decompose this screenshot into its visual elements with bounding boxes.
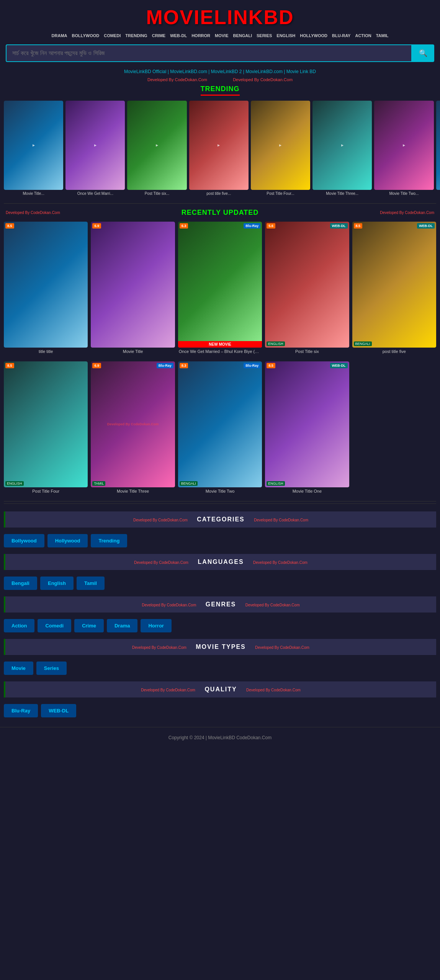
row1-card-0[interactable]: 8.5 title title — [4, 222, 88, 354]
trending-card-title-4: Post Title Four... — [251, 191, 310, 196]
trending-title: TRENDING — [201, 85, 240, 96]
row1-card-title-2: Once We Get Married – Bhul Kore Biye (20… — [178, 349, 262, 354]
rating-badge: 6.3 — [180, 223, 188, 229]
type-badge: WEB-DL — [330, 223, 348, 229]
quality-dev-left: Developed By CodeDokan.Com — [141, 688, 195, 692]
nav-item-series[interactable]: SERIES — [255, 33, 273, 39]
nav-item-web-dl[interactable]: WEB-DL — [168, 33, 188, 39]
row2-card-title-1: Movie Title Three — [91, 489, 175, 493]
nav-item-movie[interactable]: MOVIE — [213, 33, 230, 39]
lang-badge: BENGALI — [354, 341, 372, 346]
nav-item-action[interactable]: ACTION — [353, 33, 373, 39]
site-title: MOVIELINKBD — [4, 6, 436, 29]
lang-badge: BENGALI — [180, 481, 198, 486]
row1-card-title-3: Post Title six — [265, 349, 349, 354]
new-badge: NEW MOVIE — [178, 341, 262, 348]
trending-card-title-0: Movie Title... — [4, 191, 63, 196]
quality-header: Developed By CodeDokan.Com QUALITY Devel… — [4, 681, 436, 697]
category-btn-hollywood[interactable]: Hollywood — [47, 534, 88, 547]
language-btn-english[interactable]: English — [40, 577, 74, 590]
nav-item-english[interactable]: ENGLISH — [275, 33, 297, 39]
categories-section: Developed By CodeDokan.Com CATEGORIES De… — [4, 511, 436, 719]
category-btn-trending[interactable]: Trending — [91, 534, 127, 547]
trending-card-7[interactable]: ▶ Movie Title One... — [436, 101, 440, 196]
genre-btn-crime[interactable]: Crime — [74, 619, 104, 632]
languages-title: LANGUAGES — [198, 559, 244, 565]
type-badge: WEB-DL — [330, 363, 348, 368]
rating-badge: 8.3 — [180, 363, 188, 368]
genres-header: Developed By CodeDokan.Com GENRES Develo… — [4, 596, 436, 612]
nav-item-trending[interactable]: TRENDING — [124, 33, 149, 39]
cat-dev-right: Developed By CodeDokan.Com — [254, 518, 308, 522]
categories-title: CATEGORIES — [197, 516, 245, 523]
lang-dev-right: Developed By CodeDokan.Com — [253, 560, 308, 565]
trending-card-1[interactable]: ▶ Once We Get Marri... — [65, 101, 125, 196]
row2-card-3[interactable]: 8.5WEB-DL ENGLISH Movie Title One — [265, 361, 349, 493]
row1-card-title-0: title title — [4, 349, 88, 354]
nav-item-tamil[interactable]: TAMIL — [375, 33, 390, 39]
quality-dev-right: Developed By CodeDokan.Com — [246, 688, 301, 692]
rating-badge: 5.6 — [267, 223, 275, 229]
row2-card-title-0: Post Title Four — [4, 489, 88, 493]
rating-badge: 8.5 — [267, 363, 275, 368]
trending-card-title-7: Movie Title One... — [436, 191, 440, 196]
genre-btn-horror[interactable]: Horror — [141, 619, 171, 632]
trending-scroll[interactable]: ▶ Movie Title... ▶ Once We Get Marri... … — [0, 99, 440, 201]
trending-card-title-5: Movie Title Three... — [312, 191, 372, 196]
nav-item-comedi[interactable]: COMEDI — [102, 33, 122, 39]
row2-card-2[interactable]: 8.3Blu-Ray BENGALI Movie Title Two — [178, 361, 262, 493]
categories-buttons: BollywoodHollywoodTrending — [4, 532, 436, 549]
trending-card-0[interactable]: ▶ Movie Title... — [4, 101, 63, 196]
row1-card-title-1: Movie Title — [91, 349, 175, 354]
types-dev-left: Developed By CodeDokan.Com — [132, 645, 186, 650]
category-btn-bollywood[interactable]: Bollywood — [4, 534, 44, 547]
row1-card-4[interactable]: 8.5WEB-DL BENGALI post title five — [352, 222, 436, 354]
genre-btn-comedi[interactable]: Comedi — [38, 619, 71, 632]
nav-item-bengali[interactable]: BENGALI — [231, 33, 254, 39]
lang-dev-left: Developed By CodeDokan.Com — [134, 560, 188, 565]
nav-item-hollywood[interactable]: HOLLYWOOD — [298, 33, 329, 39]
types-dev-right: Developed By CodeDokan.Com — [255, 645, 309, 650]
row2-card-title-3: Movie Title One — [265, 489, 349, 493]
genre-btn-drama[interactable]: Drama — [107, 619, 137, 632]
genre-dev-left: Developed By CodeDokan.Com — [142, 603, 196, 607]
row1-card-title-4: post title five — [352, 349, 436, 354]
trending-card-title-3: post title five... — [189, 191, 249, 196]
language-btn-bengali[interactable]: Bengali — [4, 577, 37, 590]
nav-item-blu-ray[interactable]: BLU-RAY — [330, 33, 352, 39]
trending-card-2[interactable]: ▶ Post Title six... — [127, 101, 186, 196]
language-btn-tamil[interactable]: Tamil — [77, 577, 105, 590]
rating-badge: 6.9 — [92, 223, 101, 229]
trending-card-title-6: Movie Title Two... — [374, 191, 433, 196]
search-input[interactable] — [6, 44, 412, 62]
quality-btn-web-dl[interactable]: WEB-DL — [41, 704, 76, 717]
trending-header: TRENDING — [0, 82, 440, 99]
nav-item-bollywood[interactable]: BOLLYWOOD — [70, 33, 101, 39]
trending-card-6[interactable]: ▶ Movie Title Two... — [374, 101, 433, 196]
nav-item-drama[interactable]: DRAMA — [50, 33, 69, 39]
languages-buttons: BengaliEnglishTamil — [4, 575, 436, 592]
categories-header: Developed By CodeDokan.Com CATEGORIES De… — [4, 511, 436, 528]
genre-btn-action[interactable]: Action — [4, 619, 34, 632]
movie-type-btn-movie[interactable]: Movie — [4, 662, 33, 675]
nav-item-crime[interactable]: CRIME — [150, 33, 167, 39]
trending-card-4[interactable]: ▶ Post Title Four... — [251, 101, 310, 196]
row1-card-1[interactable]: 6.9 Movie Title — [91, 222, 175, 354]
genres-buttons: ActionComediCrimeDramaHorror — [4, 617, 436, 634]
lang-badge: ENGLISH — [267, 341, 285, 346]
row1-card-3[interactable]: 5.6WEB-DL ENGLISH Post Title six — [265, 222, 349, 354]
row2-card-1[interactable]: 6.9Blu-Ray TAMIL Developed By CodeDokan.… — [91, 361, 175, 493]
trending-card-3[interactable]: ▶ post title five... — [189, 101, 249, 196]
rating-badge: 8.5 — [5, 223, 14, 229]
row1-card-2[interactable]: 6.3Blu-Ray NEW MOVIE Once We Get Married… — [178, 222, 262, 354]
movie-type-btn-series[interactable]: Series — [36, 662, 67, 675]
trending-card-5[interactable]: ▶ Movie Title Three... — [312, 101, 372, 196]
genres-title: GENRES — [206, 601, 236, 608]
search-button[interactable]: 🔍 — [412, 44, 434, 62]
nav-item-horror[interactable]: HORROR — [190, 33, 212, 39]
movie-types-header: Developed By CodeDokan.Com MOVIE TYPES D… — [4, 639, 436, 655]
row2-card-0[interactable]: 8.5 ENGLISH Post Title Four — [4, 361, 88, 493]
quality-btn-blu-ray[interactable]: Blu-Ray — [4, 704, 38, 717]
quality-title: QUALITY — [204, 686, 237, 693]
recently-updated-title: RECENTLY UPDATED — [182, 209, 259, 217]
